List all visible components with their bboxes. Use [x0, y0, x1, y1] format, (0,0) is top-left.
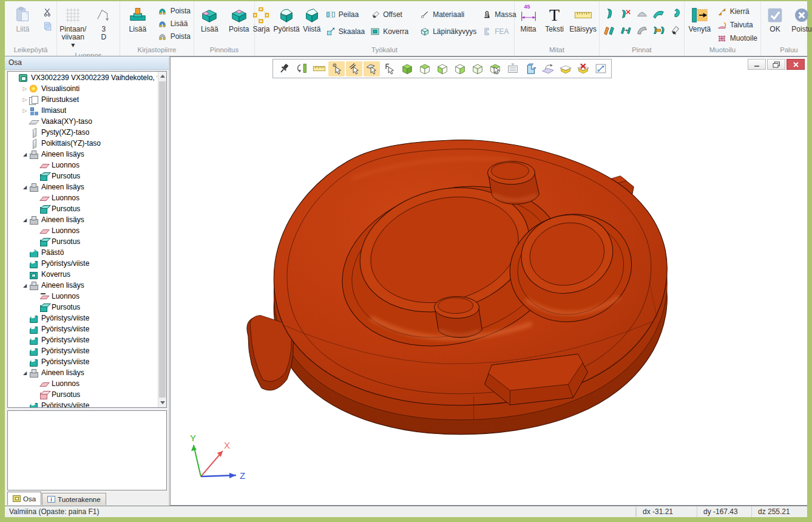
mass-button[interactable]: 10 Massa: [479, 8, 518, 21]
tree-item[interactable]: Pyöristys/viiste: [8, 400, 157, 407]
library-remove-button[interactable]: Poista: [155, 5, 192, 17]
scroll-down-icon[interactable]: [158, 398, 166, 407]
tree-item[interactable]: ▷Ilmiasut: [8, 105, 157, 116]
snap-face-icon[interactable]: [364, 61, 380, 76]
surface-sweep-icon[interactable]: [667, 6, 683, 22]
ok-button[interactable]: OK: [763, 4, 787, 35]
text-button[interactable]: T Teksti: [542, 4, 567, 35]
section-off-icon[interactable]: [575, 61, 591, 76]
restore-button[interactable]: [767, 59, 785, 70]
tree-item[interactable]: Poikittais(YZ)-taso: [8, 138, 157, 149]
hollow-button[interactable]: Koverra: [368, 25, 410, 38]
tree-item[interactable]: Pursotus: [8, 302, 157, 313]
tree-item[interactable]: VX3002239 VX3002239 Vaihdekotelo, valu: [8, 72, 157, 83]
distance-button[interactable]: Etäisyys: [568, 4, 598, 35]
facet-add-button[interactable]: Lisää: [195, 4, 224, 35]
snap-point-icon[interactable]: [328, 61, 345, 76]
bend-button[interactable]: Taivuta: [715, 19, 759, 31]
pattern-button[interactable]: Sarja: [251, 4, 271, 35]
cut-button[interactable]: [41, 6, 55, 18]
surface-extend-icon[interactable]: [651, 6, 666, 22]
face-pick-icon[interactable]: [487, 61, 503, 76]
sketch-on-surface-button[interactable]: Pintaan/viivaan ▾: [58, 4, 88, 50]
shape-button[interactable]: Muotoile: [715, 32, 759, 44]
scroll-up-icon[interactable]: [158, 72, 166, 81]
collapse-toggle-icon[interactable]: ◢: [21, 185, 29, 190]
section-on-icon[interactable]: [557, 61, 573, 76]
mirror-button[interactable]: Peilaa: [323, 8, 367, 21]
collapse-toggle-icon[interactable]: ◢: [21, 217, 29, 223]
tab-tuoterakenne[interactable]: i Tuoterakenne: [42, 493, 106, 505]
model-3d-vaihdekotelo[interactable]: Y X Z: [171, 57, 807, 505]
facet-remove-button[interactable]: Poista: [225, 4, 254, 35]
surface-flatten-icon[interactable]: [634, 22, 650, 38]
tree-item[interactable]: Luonnos: [8, 192, 157, 203]
view-left-face-icon[interactable]: [434, 61, 450, 76]
fea-button[interactable]: FEA: [479, 25, 518, 38]
surface-sew-icon[interactable]: [601, 22, 617, 38]
view-right-face-icon[interactable]: [452, 61, 468, 76]
tree-item[interactable]: Päästö: [8, 247, 157, 258]
collapse-toggle-icon[interactable]: ◢: [21, 152, 29, 157]
tree-item[interactable]: ◢Aineen lisäys: [8, 214, 157, 225]
twist-button[interactable]: Kierrä: [715, 5, 759, 18]
tree-item[interactable]: Pursotus: [8, 389, 157, 400]
surface-replace-icon[interactable]: [651, 22, 666, 38]
tree-item[interactable]: ▷Piirustukset: [8, 94, 157, 105]
snap-curve-icon[interactable]: [346, 61, 362, 76]
tree-item[interactable]: Luonnos: [8, 225, 157, 236]
tree-item[interactable]: Pyöristys/viiste: [8, 345, 157, 356]
fillet-button[interactable]: Pyöristä: [272, 4, 300, 35]
stretch-button[interactable]: Venytä: [686, 4, 714, 35]
tree-item[interactable]: Pysty(XZ)-taso: [8, 127, 157, 138]
tree-item[interactable]: Luonnos: [8, 378, 157, 389]
tree-item[interactable]: Vaaka(XY)-taso: [8, 116, 157, 127]
tree-item[interactable]: Luonnos: [8, 291, 157, 302]
tree-item[interactable]: Pursotus: [8, 203, 157, 214]
transparency-button[interactable]: Läpinäkyvyys: [418, 25, 478, 38]
minimize-button[interactable]: [748, 59, 766, 70]
collapse-toggle-icon[interactable]: ◢: [21, 283, 29, 288]
view-top-face-icon[interactable]: [416, 61, 433, 76]
material-button[interactable]: Materiaali: [418, 8, 478, 21]
expand-toggle-icon[interactable]: ▷: [21, 97, 29, 103]
surface-delete-icon[interactable]: [618, 6, 634, 22]
library-remove2-button[interactable]: Poista: [155, 30, 192, 42]
collapse-toggle-icon[interactable]: ◢: [21, 370, 29, 376]
tree-item[interactable]: Pursotus: [8, 171, 157, 181]
tree-item[interactable]: Pyöristys/viiste: [8, 324, 157, 334]
chamfer-button[interactable]: Viistä: [302, 4, 322, 35]
scale-button[interactable]: Skaalaa: [323, 25, 367, 38]
tree-item[interactable]: ◢Aineen lisäys: [8, 280, 157, 291]
tree-item[interactable]: ◢Aineen lisäys: [8, 181, 157, 192]
expand-toggle-icon[interactable]: ▷: [21, 86, 29, 92]
sketch-plane-icon[interactable]: [540, 61, 556, 76]
surface-trim-icon[interactable]: [601, 6, 617, 22]
tree-item[interactable]: ◢Aineen lisäys: [8, 149, 157, 160]
direction-flip-icon[interactable]: [293, 61, 310, 76]
viewport[interactable]: Y X Z: [170, 56, 807, 506]
offset-button[interactable]: Offset: [368, 8, 410, 21]
dimension-button[interactable]: 45 Mitta: [516, 4, 541, 35]
tree-item[interactable]: ▷Visualisointi: [8, 83, 157, 94]
tab-osa[interactable]: Osa: [7, 492, 41, 505]
copy-button[interactable]: [41, 20, 55, 32]
tree-item[interactable]: Pyöristys/viiste: [8, 313, 157, 324]
view-shaded-icon[interactable]: [399, 61, 415, 76]
surface-offset-icon[interactable]: [667, 22, 683, 38]
resize-grip[interactable]: [800, 506, 807, 517]
tree-item[interactable]: Pyöristys/viiste: [8, 334, 157, 345]
tree-item[interactable]: Pyöristys/viiste: [8, 258, 157, 269]
sketch-3d-button[interactable]: 3D: [89, 4, 119, 42]
tree-item[interactable]: Koverrus: [8, 269, 157, 280]
library-add-button[interactable]: Lisää: [121, 4, 154, 35]
tree-item[interactable]: Pursotus: [8, 236, 157, 247]
pin-icon[interactable]: [276, 61, 292, 76]
tree-item[interactable]: Luonnos: [8, 160, 157, 171]
expand-toggle-icon[interactable]: ▷: [21, 107, 29, 114]
paste-button[interactable]: Liitä: [7, 4, 39, 35]
surface-untrim-icon[interactable]: [634, 6, 650, 22]
close-button[interactable]: [787, 59, 805, 70]
exit-button[interactable]: Poistu: [788, 4, 812, 35]
library-add2-button[interactable]: Lisää: [155, 18, 192, 30]
